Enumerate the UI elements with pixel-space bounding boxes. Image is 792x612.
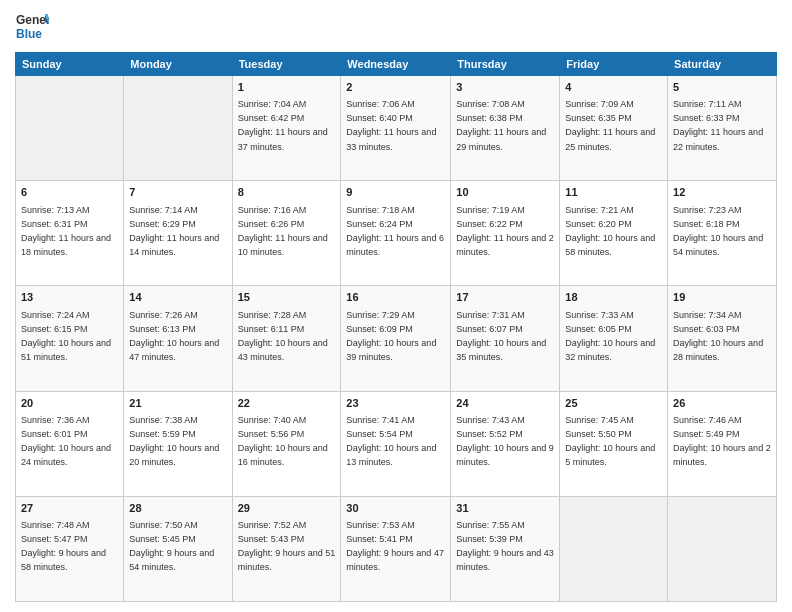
day-number: 25 — [565, 396, 662, 411]
day-cell — [668, 496, 777, 601]
day-cell: 3Sunrise: 7:08 AM Sunset: 6:38 PM Daylig… — [451, 76, 560, 181]
day-number: 17 — [456, 290, 554, 305]
day-cell — [124, 76, 232, 181]
day-cell: 7Sunrise: 7:14 AM Sunset: 6:29 PM Daylig… — [124, 181, 232, 286]
day-number: 2 — [346, 80, 445, 95]
day-info: Sunrise: 7:52 AM Sunset: 5:43 PM Dayligh… — [238, 520, 336, 572]
day-cell: 15Sunrise: 7:28 AM Sunset: 6:11 PM Dayli… — [232, 286, 341, 391]
day-header-friday: Friday — [560, 53, 668, 76]
day-header-saturday: Saturday — [668, 53, 777, 76]
week-row-1: 1Sunrise: 7:04 AM Sunset: 6:42 PM Daylig… — [16, 76, 777, 181]
day-info: Sunrise: 7:48 AM Sunset: 5:47 PM Dayligh… — [21, 520, 106, 572]
day-cell: 14Sunrise: 7:26 AM Sunset: 6:13 PM Dayli… — [124, 286, 232, 391]
day-info: Sunrise: 7:50 AM Sunset: 5:45 PM Dayligh… — [129, 520, 214, 572]
day-number: 12 — [673, 185, 771, 200]
day-number: 20 — [21, 396, 118, 411]
week-row-3: 13Sunrise: 7:24 AM Sunset: 6:15 PM Dayli… — [16, 286, 777, 391]
day-info: Sunrise: 7:29 AM Sunset: 6:09 PM Dayligh… — [346, 310, 436, 362]
day-info: Sunrise: 7:26 AM Sunset: 6:13 PM Dayligh… — [129, 310, 219, 362]
day-info: Sunrise: 7:36 AM Sunset: 6:01 PM Dayligh… — [21, 415, 111, 467]
day-info: Sunrise: 7:21 AM Sunset: 6:20 PM Dayligh… — [565, 205, 655, 257]
day-number: 9 — [346, 185, 445, 200]
header: General Blue — [15, 10, 777, 44]
svg-text:Blue: Blue — [16, 27, 42, 41]
day-number: 27 — [21, 501, 118, 516]
day-header-wednesday: Wednesday — [341, 53, 451, 76]
day-cell: 13Sunrise: 7:24 AM Sunset: 6:15 PM Dayli… — [16, 286, 124, 391]
day-info: Sunrise: 7:34 AM Sunset: 6:03 PM Dayligh… — [673, 310, 763, 362]
header-row: SundayMondayTuesdayWednesdayThursdayFrid… — [16, 53, 777, 76]
day-cell: 24Sunrise: 7:43 AM Sunset: 5:52 PM Dayli… — [451, 391, 560, 496]
day-cell — [16, 76, 124, 181]
day-cell: 4Sunrise: 7:09 AM Sunset: 6:35 PM Daylig… — [560, 76, 668, 181]
day-number: 18 — [565, 290, 662, 305]
day-number: 11 — [565, 185, 662, 200]
day-number: 28 — [129, 501, 226, 516]
day-cell: 2Sunrise: 7:06 AM Sunset: 6:40 PM Daylig… — [341, 76, 451, 181]
day-number: 26 — [673, 396, 771, 411]
day-info: Sunrise: 7:45 AM Sunset: 5:50 PM Dayligh… — [565, 415, 655, 467]
day-number: 3 — [456, 80, 554, 95]
day-cell: 5Sunrise: 7:11 AM Sunset: 6:33 PM Daylig… — [668, 76, 777, 181]
day-cell: 16Sunrise: 7:29 AM Sunset: 6:09 PM Dayli… — [341, 286, 451, 391]
day-cell: 31Sunrise: 7:55 AM Sunset: 5:39 PM Dayli… — [451, 496, 560, 601]
day-cell: 28Sunrise: 7:50 AM Sunset: 5:45 PM Dayli… — [124, 496, 232, 601]
day-number: 31 — [456, 501, 554, 516]
day-number: 10 — [456, 185, 554, 200]
day-info: Sunrise: 7:13 AM Sunset: 6:31 PM Dayligh… — [21, 205, 111, 257]
day-cell: 1Sunrise: 7:04 AM Sunset: 6:42 PM Daylig… — [232, 76, 341, 181]
day-header-monday: Monday — [124, 53, 232, 76]
week-row-2: 6Sunrise: 7:13 AM Sunset: 6:31 PM Daylig… — [16, 181, 777, 286]
calendar-table: SundayMondayTuesdayWednesdayThursdayFrid… — [15, 52, 777, 602]
day-number: 14 — [129, 290, 226, 305]
day-info: Sunrise: 7:14 AM Sunset: 6:29 PM Dayligh… — [129, 205, 219, 257]
day-cell: 25Sunrise: 7:45 AM Sunset: 5:50 PM Dayli… — [560, 391, 668, 496]
day-number: 29 — [238, 501, 336, 516]
day-number: 8 — [238, 185, 336, 200]
day-info: Sunrise: 7:18 AM Sunset: 6:24 PM Dayligh… — [346, 205, 444, 257]
day-header-thursday: Thursday — [451, 53, 560, 76]
day-info: Sunrise: 7:04 AM Sunset: 6:42 PM Dayligh… — [238, 99, 328, 151]
day-info: Sunrise: 7:38 AM Sunset: 5:59 PM Dayligh… — [129, 415, 219, 467]
day-info: Sunrise: 7:08 AM Sunset: 6:38 PM Dayligh… — [456, 99, 546, 151]
day-header-sunday: Sunday — [16, 53, 124, 76]
day-number: 19 — [673, 290, 771, 305]
day-cell — [560, 496, 668, 601]
day-number: 21 — [129, 396, 226, 411]
day-number: 6 — [21, 185, 118, 200]
day-info: Sunrise: 7:46 AM Sunset: 5:49 PM Dayligh… — [673, 415, 771, 467]
day-cell: 21Sunrise: 7:38 AM Sunset: 5:59 PM Dayli… — [124, 391, 232, 496]
day-cell: 17Sunrise: 7:31 AM Sunset: 6:07 PM Dayli… — [451, 286, 560, 391]
logo-svg: General Blue — [15, 10, 49, 44]
day-cell: 6Sunrise: 7:13 AM Sunset: 6:31 PM Daylig… — [16, 181, 124, 286]
day-info: Sunrise: 7:09 AM Sunset: 6:35 PM Dayligh… — [565, 99, 655, 151]
day-header-tuesday: Tuesday — [232, 53, 341, 76]
day-number: 24 — [456, 396, 554, 411]
day-cell: 27Sunrise: 7:48 AM Sunset: 5:47 PM Dayli… — [16, 496, 124, 601]
day-info: Sunrise: 7:43 AM Sunset: 5:52 PM Dayligh… — [456, 415, 554, 467]
day-info: Sunrise: 7:16 AM Sunset: 6:26 PM Dayligh… — [238, 205, 328, 257]
day-number: 1 — [238, 80, 336, 95]
day-number: 7 — [129, 185, 226, 200]
day-number: 13 — [21, 290, 118, 305]
day-info: Sunrise: 7:53 AM Sunset: 5:41 PM Dayligh… — [346, 520, 444, 572]
day-info: Sunrise: 7:55 AM Sunset: 5:39 PM Dayligh… — [456, 520, 554, 572]
svg-text:General: General — [16, 13, 49, 27]
week-row-5: 27Sunrise: 7:48 AM Sunset: 5:47 PM Dayli… — [16, 496, 777, 601]
day-info: Sunrise: 7:23 AM Sunset: 6:18 PM Dayligh… — [673, 205, 763, 257]
day-number: 22 — [238, 396, 336, 411]
day-cell: 23Sunrise: 7:41 AM Sunset: 5:54 PM Dayli… — [341, 391, 451, 496]
day-cell: 30Sunrise: 7:53 AM Sunset: 5:41 PM Dayli… — [341, 496, 451, 601]
day-number: 23 — [346, 396, 445, 411]
day-info: Sunrise: 7:31 AM Sunset: 6:07 PM Dayligh… — [456, 310, 546, 362]
day-cell: 26Sunrise: 7:46 AM Sunset: 5:49 PM Dayli… — [668, 391, 777, 496]
day-number: 16 — [346, 290, 445, 305]
day-number: 30 — [346, 501, 445, 516]
day-number: 15 — [238, 290, 336, 305]
day-number: 5 — [673, 80, 771, 95]
week-row-4: 20Sunrise: 7:36 AM Sunset: 6:01 PM Dayli… — [16, 391, 777, 496]
day-cell: 11Sunrise: 7:21 AM Sunset: 6:20 PM Dayli… — [560, 181, 668, 286]
day-cell: 9Sunrise: 7:18 AM Sunset: 6:24 PM Daylig… — [341, 181, 451, 286]
day-info: Sunrise: 7:11 AM Sunset: 6:33 PM Dayligh… — [673, 99, 763, 151]
day-number: 4 — [565, 80, 662, 95]
